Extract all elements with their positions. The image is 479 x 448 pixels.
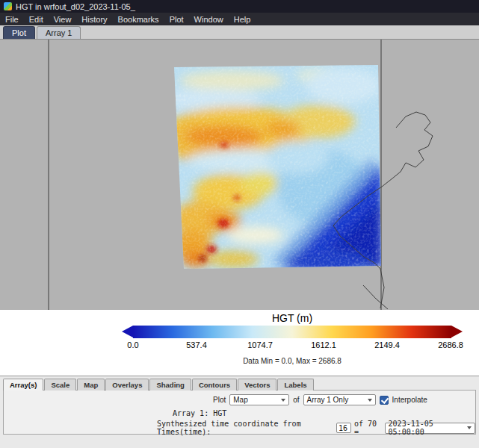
terrain-raster	[157, 58, 389, 276]
plot-controls-panel: Array(s) Scale Map Overlays Shading Cont…	[0, 376, 479, 448]
menu-item-edit[interactable]: Edit	[24, 14, 49, 25]
time-value: 2023-11-05 05:00:00	[389, 420, 463, 436]
colorbar-gradient	[133, 326, 451, 338]
chevron-down-icon	[281, 399, 285, 402]
colorbar-section: HGT (m) 0.0 537.4 1074.7 1612.1 2149.4 2…	[0, 310, 479, 376]
colorbar-left-arrow	[122, 326, 133, 337]
menubar: File Edit View History Bookmarks Plot Wi…	[0, 13, 479, 25]
plot-type-value: Map	[233, 396, 247, 404]
panel-tab-map[interactable]: Map	[77, 379, 105, 391]
panel-tab-shading[interactable]: Shading	[149, 379, 191, 391]
app-icon	[4, 2, 12, 10]
time-of-label: of 70 =	[354, 420, 382, 436]
colorbar-tick: 2686.8	[438, 340, 463, 349]
panel-tab-arrays[interactable]: Array(s)	[3, 379, 43, 391]
menu-item-help[interactable]: Help	[229, 14, 256, 25]
interpolate-checkbox[interactable]	[380, 396, 389, 405]
colorbar-tick: 1612.1	[311, 340, 336, 349]
window-title: HGT in wrfout_d02_2023-11-05_	[16, 2, 135, 11]
colorbar-ticks: 0.0 537.4 1074.7 1612.1 2149.4 2686.8	[122, 340, 463, 351]
plot-type-select[interactable]: Map	[229, 394, 289, 405]
menu-item-view[interactable]: View	[49, 14, 77, 25]
colorbar-tick: 537.4	[186, 340, 207, 349]
controls-tabbar: Array(s) Scale Map Overlays Shading Cont…	[0, 379, 479, 391]
data-range-note: Data Min = 0.0, Max = 2686.8	[122, 357, 463, 365]
colorbar-tick: 2149.4	[374, 340, 400, 349]
arrays-tab-body: Plot Map of Array 1 Only Interpolate Arr…	[3, 390, 476, 435]
map-plot	[0, 40, 479, 310]
plot-label: Plot	[213, 396, 226, 404]
panel-tab-contours[interactable]: Contours	[192, 379, 237, 391]
array-scope-value: Array 1 Only	[307, 396, 349, 404]
time-coordinate-label: Synthesized time coordinate from Times(t…	[157, 420, 333, 436]
menu-item-plot[interactable]: Plot	[164, 14, 189, 25]
chevron-down-icon	[467, 426, 472, 429]
of-label: of	[293, 396, 299, 404]
colorbar-right-arrow	[451, 326, 463, 337]
time-index-input[interactable]	[336, 423, 351, 433]
titlebar: HGT in wrfout_d02_2023-11-05_	[0, 0, 479, 13]
tab-plot[interactable]: Plot	[3, 26, 35, 39]
panel-tab-overlays[interactable]: Overlays	[105, 379, 149, 391]
colorbar-title: HGT (m)	[122, 310, 463, 325]
menu-item-file[interactable]: File	[0, 14, 24, 25]
colorbar-tick: 1074.7	[247, 340, 273, 349]
panel-tab-vectors[interactable]: Vectors	[238, 379, 276, 391]
document-tabbar: Plot Array 1	[0, 25, 479, 40]
map-plot-area	[0, 40, 479, 310]
menu-item-bookmarks[interactable]: Bookmarks	[113, 14, 164, 25]
chevron-down-icon	[368, 399, 372, 402]
colorbar-tick: 0.0	[127, 340, 138, 349]
array-scope-select[interactable]: Array 1 Only	[303, 394, 376, 405]
panel-tab-labels[interactable]: Labels	[277, 379, 313, 391]
time-value-select[interactable]: 2023-11-05 05:00:00	[385, 423, 475, 434]
array-info-label: Array 1: HGT	[173, 409, 226, 417]
interpolate-label: Interpolate	[392, 396, 427, 404]
menu-item-history[interactable]: History	[76, 14, 112, 25]
panel-tab-scale[interactable]: Scale	[44, 379, 76, 391]
tab-array-1[interactable]: Array 1	[37, 26, 81, 39]
menu-item-window[interactable]: Window	[189, 14, 229, 25]
